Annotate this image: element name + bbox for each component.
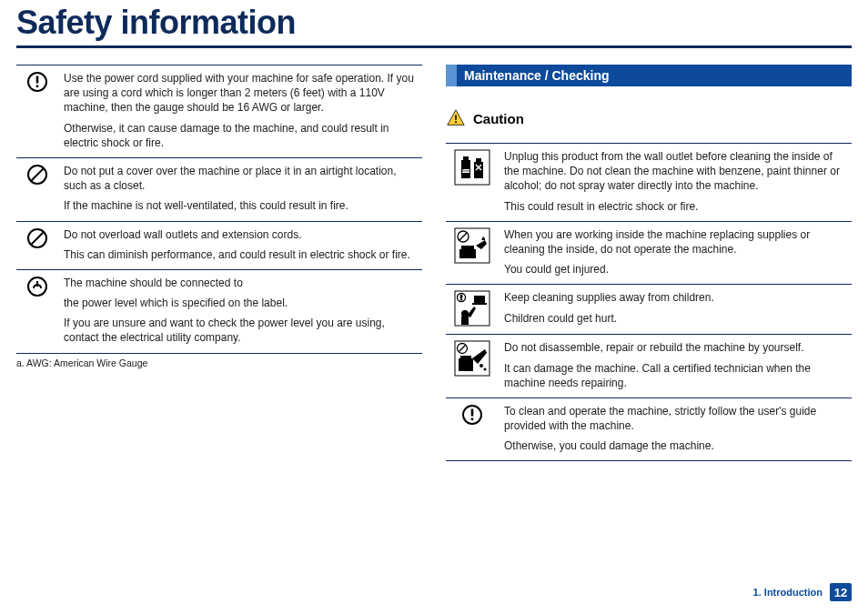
section-heading-bar: Maintenance / Checking xyxy=(446,65,852,86)
safety-row-text: When you are working inside the machine … xyxy=(499,221,852,285)
svg-rect-28 xyxy=(460,299,463,301)
svg-rect-29 xyxy=(474,296,485,303)
left-safety-table: Use the power cord supplied with your ma… xyxy=(16,65,422,354)
safety-row-text: Do not overload wall outlets and extensi… xyxy=(58,221,422,269)
svg-line-6 xyxy=(31,232,44,245)
safety-paragraph: Unplug this product from the wall outlet… xyxy=(504,149,846,194)
svg-line-4 xyxy=(31,168,44,181)
svg-rect-2 xyxy=(36,86,39,88)
caution-heading: Caution xyxy=(446,108,852,128)
svg-rect-11 xyxy=(455,150,490,185)
svg-point-38 xyxy=(484,368,487,371)
safety-paragraph: To clean and operate the machine, strict… xyxy=(504,404,846,433)
svg-rect-24 xyxy=(461,246,474,249)
footnote: a. AWG: American Wire Gauge xyxy=(16,357,422,368)
power-label-icon xyxy=(16,269,58,353)
safety-paragraph: If you are unsure and want to check the … xyxy=(64,316,417,345)
safety-row-text: To clean and operate the machine, strict… xyxy=(499,398,852,461)
safety-paragraph: the power level which is specified on th… xyxy=(64,296,417,310)
svg-rect-36 xyxy=(460,356,471,358)
safety-row: When you are working inside the machine … xyxy=(446,221,852,285)
hand-machine-icon xyxy=(446,221,499,285)
no-disassemble-icon xyxy=(446,335,499,398)
safety-row: The machine should be connected tothe po… xyxy=(16,269,422,353)
safety-paragraph: If the machine is not well-ventilated, t… xyxy=(64,198,417,213)
safety-row-text: The machine should be connected tothe po… xyxy=(58,269,422,353)
safety-paragraph: This can diminish performance, and could… xyxy=(64,247,417,262)
safety-paragraph: Keep cleaning supplies away from childre… xyxy=(504,290,846,305)
safety-row: Keep cleaning supplies away from childre… xyxy=(446,285,852,335)
page-footer: 1. Introduction 12 xyxy=(753,583,852,601)
safety-row-text: Keep cleaning supplies away from childre… xyxy=(499,285,852,335)
safety-paragraph: Otherwise, you could damage the machine. xyxy=(504,438,846,453)
svg-rect-23 xyxy=(459,249,476,258)
svg-rect-30 xyxy=(472,303,487,305)
safety-paragraph: It can damage the machine. Call a certif… xyxy=(504,361,846,390)
content-columns: Use the power cord supplied with your ma… xyxy=(16,65,852,461)
safety-row: Do not disassemble, repair or rebuild th… xyxy=(446,335,852,398)
safety-row-text: Do not disassemble, repair or rebuild th… xyxy=(499,335,852,398)
svg-point-37 xyxy=(479,364,483,367)
safety-row-text: Unplug this product from the wall outlet… xyxy=(499,144,852,222)
safety-paragraph: You could get injured. xyxy=(504,262,846,277)
svg-rect-10 xyxy=(455,121,457,123)
caution-icon xyxy=(446,108,466,128)
safety-paragraph: This could result in electric shock or f… xyxy=(504,199,846,214)
prohibit-icon xyxy=(16,157,58,221)
chemicals-icon: Alcohol xyxy=(446,144,499,222)
caution-label: Caution xyxy=(473,111,524,126)
left-column: Use the power cord supplied with your ma… xyxy=(16,65,422,461)
svg-rect-41 xyxy=(471,418,474,420)
svg-rect-40 xyxy=(471,408,474,416)
right-safety-table: Alcohol Unplug this product from the wal… xyxy=(446,143,852,461)
svg-rect-9 xyxy=(455,115,457,119)
prohibit-icon xyxy=(16,221,58,269)
svg-rect-1 xyxy=(36,76,39,84)
safety-paragraph: Children could get hurt. xyxy=(504,311,846,326)
safety-paragraph: When you are working inside the machine … xyxy=(504,227,846,257)
safety-row-text: Use the power cord supplied with your ma… xyxy=(58,65,422,158)
safety-row: Use the power cord supplied with your ma… xyxy=(16,65,422,158)
svg-text:Alcohol: Alcohol xyxy=(461,169,470,173)
safety-row: To clean and operate the machine, strict… xyxy=(446,398,852,461)
chapter-label: 1. Introduction xyxy=(753,587,823,598)
safety-row-text: Do not put a cover over the machine or p… xyxy=(58,157,422,221)
page-title: Safety information xyxy=(16,0,852,48)
safety-row: Do not put a cover over the machine or p… xyxy=(16,157,422,221)
svg-rect-16 xyxy=(476,158,481,162)
safety-paragraph: The machine should be connected to xyxy=(64,276,417,290)
svg-rect-13 xyxy=(463,156,469,160)
page-number: 12 xyxy=(830,583,852,601)
right-column: Maintenance / Checking Caution Alcohol xyxy=(446,65,852,461)
safety-paragraph: Do not disassemble, repair or rebuild th… xyxy=(504,340,846,355)
svg-line-34 xyxy=(459,346,466,352)
safety-paragraph: Use the power cord supplied with your ma… xyxy=(64,71,417,116)
warning-circle-icon xyxy=(446,398,499,461)
safety-row: Do not overload wall outlets and extensi… xyxy=(16,221,422,269)
warning-circle-icon xyxy=(16,65,58,158)
safety-paragraph: Otherwise, it can cause damage to the ma… xyxy=(64,121,417,150)
svg-line-22 xyxy=(459,233,467,240)
document-page: Safety information Use the power cord su… xyxy=(0,0,868,461)
safety-paragraph: Do not overload wall outlets and extensi… xyxy=(64,227,417,242)
svg-rect-15 xyxy=(474,162,483,178)
svg-rect-27 xyxy=(460,295,463,298)
svg-rect-35 xyxy=(459,358,473,371)
child-reach-icon xyxy=(446,285,499,335)
safety-paragraph: Do not put a cover over the machine or p… xyxy=(64,164,417,193)
safety-row: Alcohol Unplug this product from the wal… xyxy=(446,144,852,222)
